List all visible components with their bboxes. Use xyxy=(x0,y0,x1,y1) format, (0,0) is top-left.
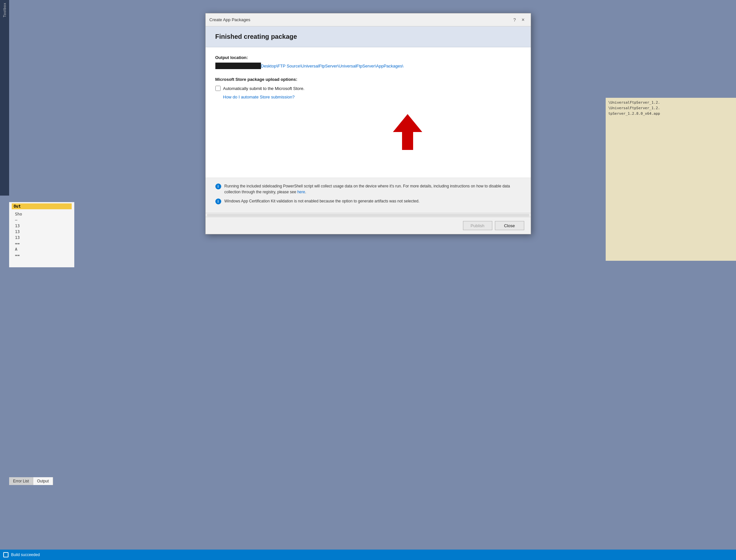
output-location-label: Output location: xyxy=(215,55,521,60)
tab-error-list[interactable]: Error List xyxy=(9,477,33,485)
dialog-overlay: Create App Packages ? × Finished creatin… xyxy=(0,0,736,560)
status-bar: Build succeeded xyxy=(0,550,736,560)
dialog-header-section: Finished creating package xyxy=(206,26,531,47)
publish-button[interactable]: Publish xyxy=(463,221,492,230)
info-item-powershell: i Running the included sideloading Power… xyxy=(215,183,521,195)
bottom-tabs-bar: Error List Output xyxy=(9,477,53,485)
output-path-link[interactable]: Desktop\FTP Source\UniversalFtpServer\Un… xyxy=(261,64,404,68)
build-status-text: Build succeeded xyxy=(11,553,40,557)
dialog-info-section: i Running the included sideloading Power… xyxy=(206,178,531,213)
dialog-close-title-button[interactable]: × xyxy=(520,16,527,23)
auto-submit-label: Automatically submit to the Microsoft St… xyxy=(223,86,305,91)
dialog-help-button[interactable]: ? xyxy=(511,16,518,23)
info-icon-2: i xyxy=(215,199,221,204)
info-icon-1: i xyxy=(215,184,221,189)
redacted-path-prefix xyxy=(215,63,261,69)
dialog-titlebar-controls: ? × xyxy=(511,16,527,23)
dialog-scrollbar[interactable] xyxy=(206,213,531,217)
tab-output[interactable]: Output xyxy=(33,477,53,485)
dialog-footer: Publish Close xyxy=(206,217,531,234)
dialog-titlebar: Create App Packages ? × xyxy=(206,13,531,26)
info-text-certification: Windows App Certification Kit validation… xyxy=(225,198,521,204)
auto-submit-checkbox-row: Automatically submit to the Microsoft St… xyxy=(215,86,521,91)
auto-submit-checkbox[interactable] xyxy=(215,86,221,91)
build-status-icon xyxy=(3,552,8,557)
dialog-heading: Finished creating package xyxy=(215,33,521,40)
info-text-powershell: Running the included sideloading PowerSh… xyxy=(225,183,521,195)
info-item-certification: i Windows App Certification Kit validati… xyxy=(215,198,521,204)
dialog-body: Output location: Desktop\FTP Source\Univ… xyxy=(206,47,531,178)
automate-store-link[interactable]: How do I automate Store submission? xyxy=(223,95,295,99)
store-options-label: Microsoft Store package upload options: xyxy=(215,77,521,82)
here-link[interactable]: here xyxy=(297,190,305,194)
svg-marker-0 xyxy=(393,114,422,150)
scrollbar-track xyxy=(207,214,529,216)
dialog-title: Create App Packages xyxy=(210,17,251,22)
close-button[interactable]: Close xyxy=(495,221,524,230)
red-arrow-annotation xyxy=(393,114,422,151)
output-location-row: Desktop\FTP Source\UniversalFtpServer\Un… xyxy=(215,63,521,69)
automate-link-container: How do I automate Store submission? xyxy=(215,94,521,99)
create-app-packages-dialog: Create App Packages ? × Finished creatin… xyxy=(205,13,531,234)
